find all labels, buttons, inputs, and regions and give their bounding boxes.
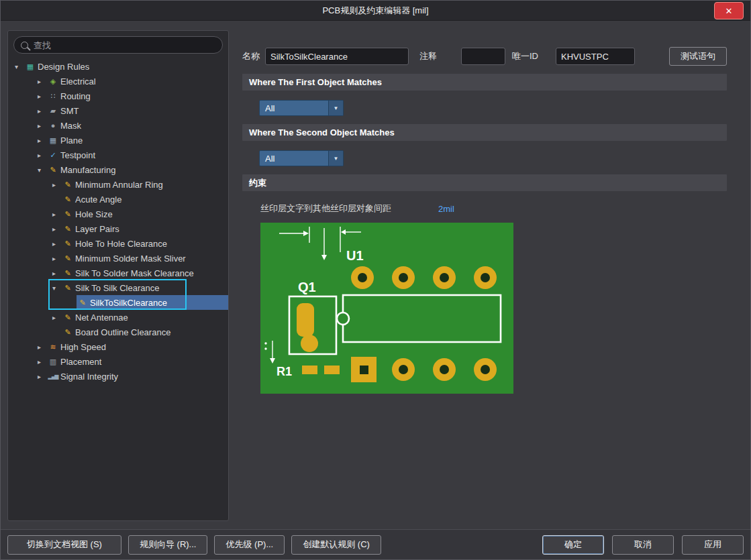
tree-item-label: High Speed	[60, 342, 106, 352]
apply-button[interactable]: 应用	[682, 535, 744, 555]
tree-item-silk-to-silk-clearance[interactable]: ▾ ✎ Silk To Silk Clearance	[8, 280, 228, 295]
chevron-down-icon[interactable]: ▾	[15, 63, 24, 70]
ok-button[interactable]: 确定	[542, 535, 604, 555]
chevron-down-icon[interactable]: ▾	[38, 166, 47, 174]
chevron-right-icon[interactable]: ▸	[38, 107, 47, 115]
chevron-right-icon[interactable]: ▸	[38, 152, 47, 159]
chevron-right-icon[interactable]: ▸	[38, 373, 47, 380]
rule-icon: ✎	[62, 328, 74, 337]
create-default-rules-button[interactable]: 创建默认规则 (C)	[291, 535, 381, 555]
tree-item-label: Signal Integrity	[60, 372, 118, 382]
rule-icon: ✎	[62, 195, 74, 204]
tree-item-label: SilkToSilkClearance	[90, 298, 167, 308]
rule-wizard-button[interactable]: 规则向导 (R)...	[128, 535, 208, 555]
plane-icon: ▦	[47, 136, 59, 145]
chevron-right-icon[interactable]: ▸	[38, 137, 47, 144]
signal-integrity-icon: ▂▄▆	[47, 374, 59, 380]
comment-label: 注释	[419, 50, 437, 62]
design-rules-icon: ▦	[24, 62, 36, 71]
tree-item-routing[interactable]: ▸ ∷ Routing	[8, 89, 228, 103]
switch-to-document-view-button[interactable]: 切换到文档视图 (S)	[7, 535, 121, 555]
tree-item-signal-integrity[interactable]: ▸ ▂▄▆ Signal Integrity	[8, 369, 228, 384]
chevron-down-icon[interactable]: ▼	[328, 151, 343, 166]
pcb-rules-editor-dialog: PCB规则及约束编辑器 [mil] ✕ ▾ ▦ Design Rules ▸ ◈…	[0, 0, 751, 560]
designator-r1: R1	[277, 365, 292, 378]
rule-icon: ✎	[77, 298, 89, 307]
ic-notch	[337, 313, 349, 325]
tree-item-label: Design Rules	[38, 62, 89, 72]
tree-item-smt[interactable]: ▸ ▰ SMT	[8, 103, 228, 118]
chevron-right-icon[interactable]: ▸	[52, 240, 62, 247]
rule-icon: ✎	[62, 210, 74, 219]
chevron-right-icon[interactable]: ▸	[52, 255, 62, 262]
chevron-right-icon[interactable]: ▸	[38, 358, 47, 366]
search-input[interactable]	[34, 40, 215, 50]
tree-item-label: Silk To Solder Mask Clearance	[75, 268, 194, 278]
chevron-right-icon[interactable]: ▸	[52, 270, 62, 277]
silk-clearance-value[interactable]: 2mil	[438, 204, 454, 214]
chevron-down-icon[interactable]: ▾	[52, 284, 62, 292]
chevron-right-icon[interactable]: ▸	[38, 78, 47, 85]
tree-item-board-outline-clearance[interactable]: ✎ Board Outline Clearance	[8, 325, 228, 339]
chevron-right-icon[interactable]: ▸	[52, 211, 62, 218]
rule-icon: ✎	[62, 180, 74, 189]
chevron-right-icon[interactable]: ▸	[38, 122, 47, 129]
tree-item-minimum-solder-mask-sliver[interactable]: ▸ ✎ Minimum Solder Mask Sliver	[8, 251, 228, 266]
tree-item-manufacturing[interactable]: ▾ ✎ Manufacturing	[8, 162, 228, 177]
silk-clearance-label: 丝印层文字到其他丝印层对象间距	[260, 203, 391, 215]
tree-item-label: Routing	[60, 91, 91, 101]
tree-item-electrical[interactable]: ▸ ◈ Electrical	[8, 74, 228, 89]
designator-u1: U1	[346, 248, 364, 263]
second-object-matches-header: Where The Second Object Matches	[242, 124, 727, 141]
tree-item-acute-angle[interactable]: ✎ Acute Angle	[8, 192, 228, 207]
tree-item-silktosilkclearance-rule[interactable]: ✎ SilkToSilkClearance	[8, 295, 228, 310]
tree-item-label: Manufacturing	[60, 165, 115, 175]
first-object-scope-select[interactable]: All ▼	[259, 100, 344, 116]
test-query-button[interactable]: 测试语句	[669, 47, 727, 66]
tree-item-minimum-annular-ring[interactable]: ▸ ✎ Minimum Annular Ring	[8, 177, 228, 192]
search-box[interactable]	[13, 36, 223, 54]
chevron-right-icon[interactable]: ▸	[52, 314, 62, 321]
chevron-right-icon[interactable]: ▸	[52, 225, 62, 233]
name-label: 名称	[242, 50, 260, 62]
tree-item-layer-pairs[interactable]: ▸ ✎ Layer Pairs	[8, 221, 228, 236]
priorities-button[interactable]: 优先级 (P)...	[214, 535, 285, 555]
designator-q1: Q1	[298, 280, 316, 294]
tree-item-design-rules[interactable]: ▾ ▦ Design Rules	[8, 59, 228, 74]
tree-item-net-antennae[interactable]: ▸ ✎ Net Antennae	[8, 310, 228, 325]
tree-item-label: SMT	[60, 106, 79, 116]
constraint-row: 丝印层文字到其他丝印层对象间距 2mil	[260, 203, 727, 215]
cancel-button[interactable]: 取消	[612, 535, 674, 555]
tree-item-hole-size[interactable]: ▸ ✎ Hole Size	[8, 207, 228, 221]
tree-item-high-speed[interactable]: ▸ ≋ High Speed	[8, 339, 228, 354]
tree-item-label: Hole To Hole Clearance	[75, 239, 167, 249]
close-icon: ✕	[725, 6, 733, 16]
first-object-matches-header: Where The First Object Matches	[242, 74, 727, 91]
chevron-right-icon[interactable]: ▸	[52, 181, 62, 188]
chevron-right-icon[interactable]: ▸	[38, 93, 47, 100]
chevron-down-icon[interactable]: ▼	[328, 101, 343, 115]
tree-item-label: Board Outline Clearance	[75, 327, 170, 337]
second-object-scope-select[interactable]: All ▼	[259, 150, 344, 166]
unique-id-label: 唯一ID	[512, 50, 538, 62]
tree-item-hole-to-hole-clearance[interactable]: ▸ ✎ Hole To Hole Clearance	[8, 236, 228, 251]
rule-icon: ✎	[62, 225, 74, 233]
tree-item-silk-to-solder-mask-clearance[interactable]: ▸ ✎ Silk To Solder Mask Clearance	[8, 266, 228, 280]
rule-name-input[interactable]	[265, 48, 409, 65]
tree-item-testpoint[interactable]: ▸ ✓ Testpoint	[8, 148, 228, 162]
close-button[interactable]: ✕	[714, 2, 744, 19]
manufacturing-icon: ✎	[47, 166, 59, 174]
tree-item-label: Placement	[60, 357, 101, 367]
rule-fields-row: 名称 注释 唯一ID 测试语句	[242, 47, 727, 66]
comment-input[interactable]	[461, 48, 505, 65]
tree-item-mask[interactable]: ▸ ● Mask	[8, 118, 228, 133]
unique-id-input[interactable]	[556, 48, 635, 65]
rules-tree: ▾ ▦ Design Rules ▸ ◈ Electrical ▸ ∷ Rout…	[8, 59, 228, 384]
tree-item-placement[interactable]: ▸ ▥ Placement	[8, 354, 228, 369]
selected-scope-value: All	[260, 151, 328, 166]
smt-icon: ▰	[47, 107, 59, 115]
chevron-right-icon[interactable]: ▸	[38, 343, 47, 351]
pcb-preview: U1 Q1 R1	[260, 223, 513, 394]
tree-item-plane[interactable]: ▸ ▦ Plane	[8, 133, 228, 148]
tree-item-label: Net Antennae	[75, 313, 128, 323]
